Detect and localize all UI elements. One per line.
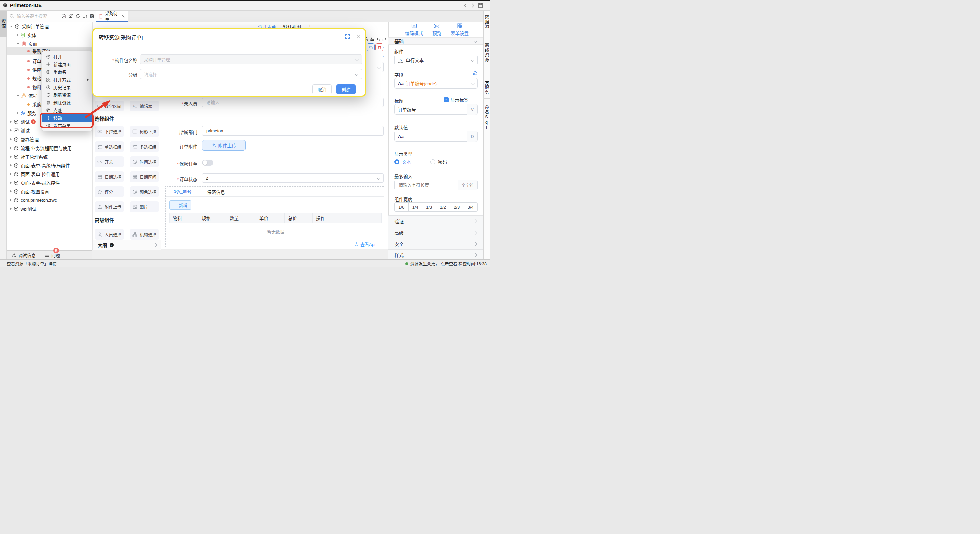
tree-item-view-settings[interactable]: 页面-视图设置 [7, 187, 92, 196]
field-select[interactable]: Aa订单编号(code) [394, 78, 478, 89]
refresh-tree-icon[interactable] [75, 14, 80, 19]
department-input-field[interactable] [206, 128, 380, 134]
history-forward-icon[interactable] [470, 3, 475, 8]
checkbox-checked-icon[interactable] [444, 97, 449, 102]
menu-item-open-with[interactable]: 打开方式 [42, 76, 92, 83]
accordion-security[interactable]: 安全 [388, 238, 483, 249]
accordion-advanced[interactable]: 高级 [388, 226, 483, 238]
accordion-validation[interactable]: 验证 [388, 215, 483, 226]
palette-item-time[interactable]: 时间选择 [130, 156, 159, 167]
view-api-link[interactable]: 查看Api [354, 241, 375, 247]
caret-right-icon[interactable] [10, 164, 12, 167]
secret-order-toggle[interactable] [202, 159, 213, 166]
status-right[interactable]: 资源发生变更， 点击查看,检查时间:16:38 [405, 260, 487, 267]
max-input-field[interactable] [398, 182, 455, 188]
form-settings-button[interactable]: 表单设置 [451, 23, 469, 37]
caret-right-icon[interactable] [10, 207, 12, 210]
tree-item-zwc[interactable]: com.primeton.zwc [7, 196, 92, 204]
caret-right-icon[interactable] [10, 181, 12, 184]
rail-tab-offline-resources[interactable]: 离线资源 [483, 37, 490, 68]
palette-item-date[interactable]: 日期选择 [95, 171, 124, 182]
component-select[interactable]: A单行文本 [394, 55, 478, 65]
tree-item-social-mgmt[interactable]: 社工管理系统 [7, 152, 92, 161]
width-option-1-3[interactable]: 1/3 [422, 202, 436, 211]
accordion-style[interactable]: 样式 [388, 249, 483, 261]
tree-item-form-common[interactable]: 页面-表单-控件通用 [7, 169, 92, 178]
caret-down-icon[interactable] [17, 95, 19, 97]
width-option-1-2[interactable]: 1/2 [436, 202, 450, 211]
palette-item-rate[interactable]: 评分 [95, 186, 124, 197]
caret-down-icon[interactable] [10, 26, 13, 27]
subform-add-button[interactable]: 新增 [169, 200, 191, 210]
outline-bar[interactable]: 大纲 [92, 240, 161, 250]
dynamic-suffix-button[interactable]: D [467, 131, 477, 142]
palette-item-tree-select[interactable]: 树形下拉 [130, 126, 159, 137]
caret-right-icon[interactable] [10, 190, 12, 193]
palette-item-upload[interactable]: 附件上传 [95, 201, 124, 212]
tree-item-wbl-test[interactable]: wbl测试 [7, 204, 92, 213]
order-status-select[interactable]: 2 [202, 173, 383, 183]
caret-right-icon[interactable] [10, 172, 12, 175]
cancel-button[interactable]: 取消 [312, 84, 332, 94]
field-settings-icon[interactable] [370, 37, 375, 42]
variable-suffix-button[interactable]: V [467, 104, 477, 115]
caret-right-icon[interactable] [10, 147, 12, 149]
max-input[interactable]: 个字符 [394, 180, 478, 190]
caret-right-icon[interactable] [10, 129, 12, 132]
caret-right-icon[interactable] [10, 155, 12, 158]
ai-icon[interactable] [61, 14, 66, 19]
section-basic-header[interactable]: 基础 [388, 37, 483, 45]
package-name-select[interactable]: 采购订单管理 [140, 54, 362, 64]
caret-right-icon[interactable] [10, 199, 12, 201]
rail-tab-datasource[interactable]: 数据源 [483, 12, 490, 32]
radio-unselected-icon[interactable] [430, 159, 435, 164]
rail-tab-resources[interactable]: 资源 [0, 11, 7, 37]
caret-down-icon[interactable] [17, 43, 19, 45]
default-value-input[interactable]: AaD [394, 131, 478, 142]
group-select[interactable]: 请选择 [140, 69, 362, 79]
width-option-1-4[interactable]: 1/4 [409, 202, 423, 211]
entry-person-input[interactable] [202, 98, 383, 107]
debug-info-button[interactable]: 调试信息 [11, 252, 36, 258]
rail-tab-named-sql[interactable]: 命名Sql [483, 103, 490, 134]
menu-item-open[interactable]: 打开 [42, 53, 92, 61]
caret-right-icon[interactable] [10, 121, 12, 123]
menu-item-history[interactable]: 历史记录 [42, 83, 92, 91]
add-package-icon[interactable] [68, 14, 73, 19]
translate-icon[interactable] [89, 14, 94, 19]
undo-icon[interactable] [376, 37, 380, 42]
tree-item-form-input[interactable]: 页面-表单-录入控件 [7, 178, 92, 187]
preview-button[interactable]: 预览 [432, 23, 441, 37]
search-input[interactable] [16, 13, 61, 19]
palette-item-radio-group[interactable]: 单选框组 [95, 141, 124, 152]
rail-tab-third-party-services[interactable]: 三方服务 [483, 72, 490, 99]
caret-right-icon[interactable] [10, 138, 12, 140]
close-tab-icon[interactable] [122, 15, 125, 18]
palette-item-editor[interactable]: 编辑器 [130, 101, 159, 112]
entry-person-input-field[interactable] [206, 100, 380, 105]
palette-item-image[interactable]: 图片 [130, 201, 159, 212]
caret-right-icon[interactable] [17, 34, 18, 37]
save-icon[interactable] [478, 3, 483, 8]
title-input[interactable]: 订单编号V [394, 104, 478, 115]
maximize-icon[interactable] [345, 34, 350, 39]
width-option-2-3[interactable]: 2/3 [450, 202, 464, 211]
palette-item-date-range[interactable]: 日期区间 [130, 171, 159, 182]
palette-item-switch[interactable]: 开关 [95, 156, 124, 167]
radio-text-option[interactable]: 文本 [394, 158, 411, 165]
history-back-icon[interactable] [463, 3, 468, 8]
caret-right-icon[interactable] [17, 112, 18, 115]
radio-selected-icon[interactable] [394, 159, 399, 164]
radio-password-option[interactable]: 密码 [430, 158, 447, 165]
sync-field-icon[interactable] [473, 71, 478, 76]
palette-item-checkbox-group[interactable]: 多选框组 [130, 141, 159, 152]
tree-item-supervise[interactable]: 督办管理 [7, 135, 92, 143]
subform-tab-secret[interactable]: 保密信息 [207, 188, 225, 195]
department-input[interactable] [202, 126, 383, 135]
redo-icon[interactable] [382, 37, 387, 42]
attachment-upload-button[interactable]: 附件上传 [202, 140, 245, 150]
tree-item-form-advanced[interactable]: 页面-表单-高级/布局组件 [7, 161, 92, 169]
subform-tab-variable[interactable]: ${v_title} [174, 188, 191, 194]
tree-item-purchase-order-mgmt[interactable]: 采购订单管理 [7, 22, 92, 31]
menu-item-rename[interactable]: 重命名 [42, 68, 92, 76]
